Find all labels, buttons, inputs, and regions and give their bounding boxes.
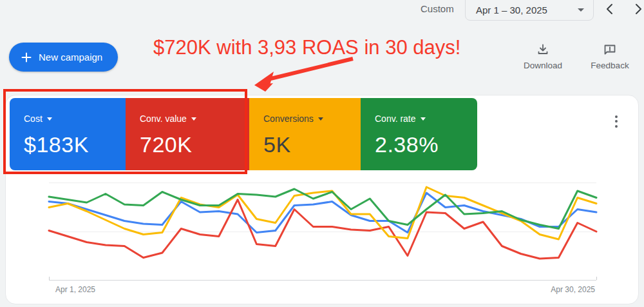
date-preset-label: Custom [421,3,454,14]
previous-period-button[interactable] [603,1,618,17]
new-campaign-button[interactable]: New campaign [9,43,118,72]
next-period-button[interactable] [630,1,644,17]
date-range-picker[interactable]: Apr 1 – 30, 2025 [465,0,594,21]
new-campaign-label: New campaign [39,52,102,63]
feedback-button[interactable]: Feedback [586,41,634,70]
overview-card: Cost $183K Conv. value 720K Conversions … [5,95,639,304]
trend-chart[interactable] [49,183,596,280]
scorecard-cost[interactable]: Cost $183K [10,98,126,170]
chevron-down-icon[interactable] [47,117,52,121]
chevron-down-icon[interactable] [318,117,323,121]
scorecard-conversions-label: Conversions [263,114,314,124]
chevron-down-icon[interactable] [191,117,196,121]
series-line-conv-value [49,200,596,259]
scorecard-conv-value[interactable]: Conv. value 720K [126,98,249,170]
feedback-icon [586,41,634,58]
download-button[interactable]: Download [519,41,567,70]
scorecard-cost-label: Cost [24,114,43,124]
scorecard-conv-value-value: 720K [140,132,249,157]
chevron-down-icon [578,8,584,12]
scorecard-conversions-value: 5K [263,132,361,157]
x-axis-end-label: Apr 30, 2025 [551,285,595,294]
scorecard-row: Cost $183K Conv. value 720K Conversions … [10,98,477,170]
scorecard-conv-value-label: Conv. value [140,114,187,124]
scorecard-conversions[interactable]: Conversions 5K [249,98,361,170]
plus-icon [21,52,32,63]
x-axis-start-label: Apr 1, 2025 [55,285,95,294]
scorecard-conv-rate-value: 2.38% [375,132,477,157]
chevron-down-icon[interactable] [421,117,426,121]
feedback-label: Feedback [586,61,634,70]
chevron-left-icon [603,1,618,17]
more-options-icon [615,115,618,118]
download-icon [519,41,567,58]
more-options-button[interactable] [610,112,623,130]
annotation-text: $720K with 3,93 ROAS in 30 days! [153,36,460,59]
download-label: Download [519,61,567,70]
x-axis-tick-end [596,277,597,280]
scorecard-conv-rate-label: Conv. rate [375,114,416,124]
scorecard-cost-value: $183K [24,132,126,157]
chevron-right-icon [630,1,644,17]
scorecard-conv-rate[interactable]: Conv. rate 2.38% [361,98,477,170]
date-range-value: Apr 1 – 30, 2025 [476,5,547,15]
x-axis-line [49,280,596,281]
